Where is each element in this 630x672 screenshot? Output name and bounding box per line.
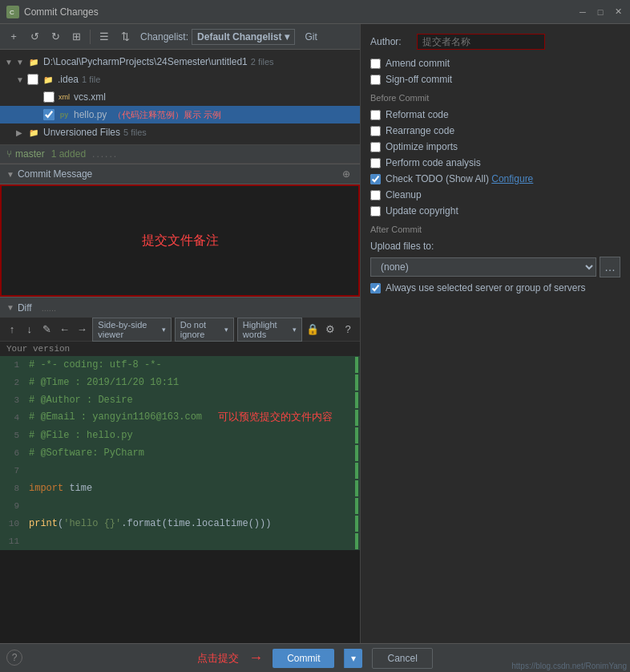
reformat-row: Reformat code — [370, 109, 620, 120]
commit-dropdown-button[interactable]: ▾ — [344, 649, 362, 668]
xml-icon: xml — [58, 91, 71, 103]
lock-button[interactable]: 🔒 — [305, 321, 320, 338]
line-content: import time — [26, 480, 353, 496]
cleanup-row: Cleanup — [370, 189, 620, 200]
close-button[interactable]: ✕ — [612, 6, 624, 18]
code-line-10: 10 print('hello {}'.format(time.localtim… — [0, 515, 360, 532]
root-count: 2 files — [251, 57, 274, 67]
root-path: D:\Local\PycharmProjects\24Semester\unti… — [43, 56, 248, 67]
line-indicator — [353, 392, 360, 408]
undo-button[interactable]: ↺ — [26, 28, 43, 46]
left-panel: + ↺ ↻ ⊞ ☰ ⇅ Changelist: Default Changeli… — [0, 24, 361, 672]
line-content: # -*- coding: utf-8 -*- — [26, 357, 353, 373]
ignore-dropdown-arrow: ▾ — [224, 326, 228, 334]
ignore-dropdown[interactable]: Do not ignore ▾ — [175, 318, 234, 342]
copyright-checkbox[interactable] — [370, 206, 381, 217]
rearrange-row: Rearrange code — [370, 125, 620, 136]
code-line-9: 9 — [0, 497, 360, 515]
help-button[interactable]: ? — [6, 650, 22, 666]
idea-folder-icon: 📁 — [42, 73, 55, 86]
rearrange-checkbox[interactable] — [370, 126, 381, 136]
maximize-button[interactable]: □ — [595, 6, 606, 18]
move-button[interactable]: ⊞ — [67, 28, 85, 46]
toolbar: + ↺ ↻ ⊞ ☰ ⇅ Changelist: Default Changeli… — [0, 24, 360, 50]
list-item[interactable]: xml vcs.xml — [0, 88, 360, 106]
separator-1 — [90, 30, 91, 44]
always-use-label: Always use selected server or group of s… — [386, 282, 585, 293]
line-indicator — [353, 410, 360, 426]
line-indicator — [353, 357, 360, 373]
diff-title: Diff — [18, 302, 32, 314]
prev-diff-button[interactable]: ↑ — [5, 321, 19, 338]
upload-ellipsis-button[interactable]: … — [600, 257, 620, 277]
rearrange-label: Rearrange code — [386, 125, 454, 136]
vcs-label: vcs.xml — [74, 91, 106, 103]
highlight-label: Highlight words — [243, 320, 291, 339]
signoff-checkbox[interactable] — [370, 75, 381, 85]
viewer-dropdown[interactable]: Side-by-side viewer ▾ — [92, 318, 171, 342]
changelist-dropdown[interactable]: Default Changelist ▾ — [192, 29, 295, 45]
idea-checkbox[interactable] — [27, 74, 38, 85]
next-diff-button[interactable]: ↓ — [22, 321, 37, 338]
arrow-icon: → — [248, 650, 263, 666]
help-diff-button[interactable]: ? — [341, 321, 355, 338]
sort-button[interactable]: ⇅ — [116, 28, 134, 46]
amend-label: Amend commit — [386, 58, 450, 69]
back-button[interactable]: ← — [58, 321, 72, 338]
watermark: https://blog.csdn.net/RonimYang — [508, 660, 630, 672]
checktodo-checkbox[interactable] — [370, 174, 381, 184]
list-item[interactable]: ▶ 📁 Unversioned Files 5 files — [0, 123, 360, 141]
vcs-checkbox[interactable] — [43, 91, 55, 103]
git-tab[interactable]: Git — [305, 31, 317, 43]
commit-message-area[interactable]: 提交文件备注 — [0, 184, 360, 297]
highlight-dropdown[interactable]: Highlight words ▾ — [237, 318, 303, 342]
window-controls: ─ □ ✕ — [577, 6, 624, 18]
branch-indicator: ⑂ master — [6, 148, 45, 160]
line-content: # @Software: PyCharm — [26, 445, 353, 461]
commit-message-action[interactable]: ⊕ — [339, 167, 353, 181]
code-line-4: 4 # @Email : yangyin1106@163.com 可以预览提交的… — [0, 409, 360, 427]
add-button[interactable]: + — [5, 28, 22, 46]
optimize-checkbox[interactable] — [370, 142, 381, 152]
line-number: 11 — [0, 533, 26, 549]
tree-root[interactable]: ▼ ▼ 📁 D:\Local\PycharmProjects\24Semeste… — [0, 53, 360, 71]
file-annotation: （代码注释范例）展示 示例 — [113, 109, 221, 121]
line-indicator — [353, 445, 360, 461]
perform-checkbox[interactable] — [370, 158, 381, 168]
minimize-button[interactable]: ─ — [577, 6, 588, 18]
configure-link[interactable]: Configure — [491, 173, 533, 184]
list-item[interactable]: py hello.py （代码注释范例）展示 示例 — [0, 106, 360, 123]
line-content: # @Author : Desire — [26, 392, 353, 408]
hello-checkbox[interactable] — [43, 109, 55, 120]
commit-message-placeholder: 提交文件备注 — [142, 233, 219, 249]
status-dots: ...... — [92, 148, 118, 160]
list-item[interactable]: ▼ 📁 .idea 1 file — [0, 71, 360, 88]
author-label: Author: — [370, 36, 410, 47]
cancel-button[interactable]: Cancel — [372, 648, 432, 669]
reformat-checkbox[interactable] — [370, 110, 381, 120]
edit-diff-button[interactable]: ✎ — [40, 321, 55, 338]
commit-message-title: Commit Message — [18, 168, 92, 180]
cleanup-checkbox[interactable] — [370, 190, 381, 200]
always-use-checkbox[interactable] — [370, 283, 381, 293]
line-number: 4 — [0, 410, 26, 426]
diff-header: ▼ Diff ...... — [0, 297, 360, 318]
arrow-icon: ▼ — [16, 75, 27, 84]
refresh-button[interactable]: ↻ — [46, 28, 64, 46]
code-line-5: 5 # @File : hello.py — [0, 427, 360, 444]
settings-button[interactable]: ⚙ — [323, 321, 337, 338]
forward-button[interactable]: → — [75, 321, 89, 338]
code-line-8: 8 import time — [0, 480, 360, 497]
reformat-label: Reformat code — [386, 109, 449, 120]
before-commit-divider: Before Commit — [370, 93, 620, 103]
viewer-label: Side-by-side viewer — [98, 320, 159, 339]
upload-select[interactable]: (none) — [370, 257, 596, 277]
file-tree: ▼ ▼ 📁 D:\Local\PycharmProjects\24Semeste… — [0, 50, 360, 144]
amend-checkbox[interactable] — [370, 59, 381, 69]
bottom-annotation: 点击提交 — [197, 651, 239, 666]
author-input[interactable] — [417, 34, 545, 50]
group-by-button[interactable]: ☰ — [95, 28, 113, 46]
branch-icon: ⑂ — [6, 148, 12, 160]
diff-annotation: 可以预览提交的文件内容 — [218, 410, 333, 424]
commit-button[interactable]: Commit — [273, 649, 334, 668]
